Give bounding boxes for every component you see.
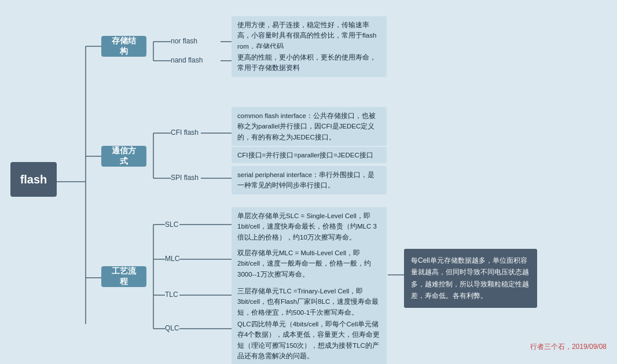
tlc-label-text: TLC [165, 291, 178, 299]
nor-label-text: nor flash [171, 37, 197, 45]
slc-label-text: SLC [165, 220, 178, 229]
category-comm-label: 通信方式 [109, 146, 138, 167]
flash-root-label: flash [20, 173, 47, 186]
sub-label-spi: SPI flash [171, 174, 199, 182]
cfi-desc1-box: common flash interface：公共存储接口，也被称之为paral… [232, 107, 387, 146]
qlc-desc-text: QLC四比特单元（4bits/cell，即每个Cell单元储存4个数据），成本更… [237, 321, 380, 359]
sub-label-nand: nand flash [171, 56, 203, 64]
nand-desc-text: 更高的性能，更小的体积，更长的使用寿命，常用于存储数据资料 [237, 54, 376, 71]
spi-desc-box: serial peripheral interface：串行外围接口，是一种常见… [232, 166, 387, 194]
slc-desc-text: 单层次存储单元SLC = Single-Level Cell，即1bit/cel… [237, 212, 377, 241]
mlc-desc-box: 双层存储单元MLC = Multi-Level Cell，即2bit/cell，… [232, 244, 387, 283]
category-process-label: 工艺流程 [109, 266, 138, 287]
qlc-desc-box: QLC四比特单元（4bits/cell，即每个Cell单元储存4个数据），成本更… [232, 315, 387, 364]
mlc-desc-text: 双层存储单元MLC = Multi-Level Cell，即2bit/cell，… [237, 249, 371, 278]
sub-label-cfi: CFI flash [171, 128, 199, 137]
mlc-label-text: MLC [165, 255, 179, 263]
diagram-container: flash 存储结构 nor flash nand flash 使用方便，易于连… [0, 0, 617, 359]
nor-desc-text: 使用方便，易于连接，稳定性好，传输速率高，小容量时具有很高的性价比，常用于fla… [237, 21, 376, 50]
cfi-desc2-text: CFI接口=并行接口=paraller接口=JEDEC接口 [237, 152, 373, 159]
tlc-desc-text: 三层存储单元TLC =Trinary-Level Cell，即3bit/cell… [237, 288, 379, 316]
qlc-label-text: QLC [165, 324, 179, 332]
cfi-label-text: CFI flash [171, 128, 199, 137]
flash-root-node: flash [10, 162, 57, 197]
cfi-desc2-box: CFI接口=并行接口=paraller接口=JEDEC接口 [232, 147, 387, 163]
nand-label-text: nand flash [171, 56, 203, 64]
category-process: 工艺流程 [101, 266, 146, 287]
side-note-text: 每Cell单元存储数据越多，单位面积容量就越高，但同时导致不同电压状态越多，越难… [411, 256, 529, 300]
category-storage: 存储结构 [101, 36, 146, 57]
sub-label-mlc: MLC [165, 255, 179, 263]
sub-label-slc: SLC [165, 220, 178, 229]
sub-label-qlc: QLC [165, 324, 179, 332]
category-storage-label: 存储结构 [109, 36, 138, 57]
nand-desc-box: 更高的性能，更小的体积，更长的使用寿命，常用于存储数据资料 [232, 49, 387, 77]
footer-text: 行者三个石，2019/09/08 [530, 343, 607, 351]
category-comm: 通信方式 [101, 146, 146, 167]
spi-desc-text: serial peripheral interface：串行外围接口，是一种常见… [237, 171, 374, 189]
sub-label-nor: nor flash [171, 37, 197, 45]
slc-desc-box: 单层次存储单元SLC = Single-Level Cell，即1bit/cel… [232, 207, 387, 246]
footer: 行者三个石，2019/09/08 [530, 342, 607, 352]
sub-label-tlc: TLC [165, 291, 178, 299]
spi-label-text: SPI flash [171, 174, 199, 182]
side-note-box: 每Cell单元存储数据越多，单位面积容量就越高，但同时导致不同电压状态越多，越难… [404, 249, 537, 308]
cfi-desc1-text: common flash interface：公共存储接口，也被称之为paral… [237, 112, 376, 141]
